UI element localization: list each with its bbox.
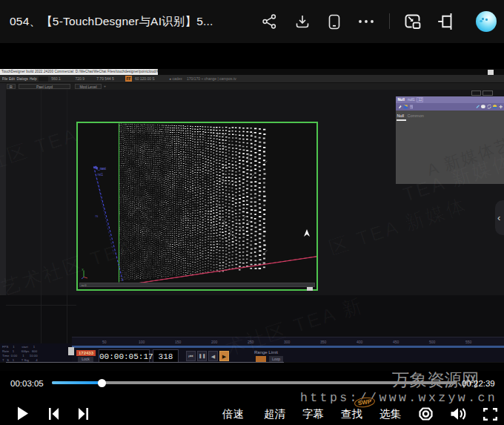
svg-text:rst1: rst1 — [97, 172, 103, 176]
svg-text:t_rast: t_rast — [96, 165, 106, 170]
svg-text:i: i — [411, 105, 411, 108]
svg-text:rs: rs — [95, 214, 98, 217]
